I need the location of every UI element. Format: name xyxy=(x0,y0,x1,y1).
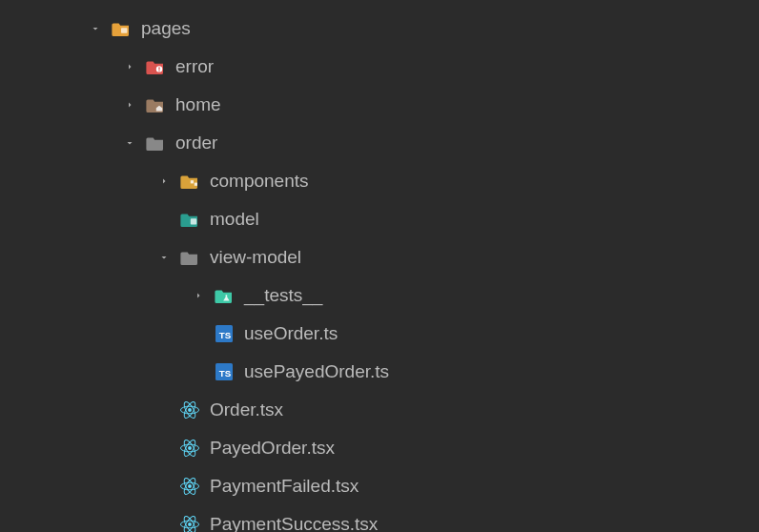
folder-tests-icon xyxy=(214,285,235,306)
svg-point-19 xyxy=(188,484,192,488)
svg-text:TS: TS xyxy=(219,330,232,340)
tree-label-payment-failed-tsx: PaymentFailed.tsx xyxy=(210,476,359,497)
tree-label-pages: pages xyxy=(141,18,191,39)
svg-point-11 xyxy=(188,408,192,412)
folder-icon xyxy=(145,133,166,153)
svg-rect-4 xyxy=(191,180,194,183)
svg-rect-5 xyxy=(195,183,197,186)
folder-model-icon xyxy=(179,209,200,230)
react-file-icon xyxy=(179,476,200,497)
svg-point-3 xyxy=(158,70,159,71)
tree-item-use-order[interactable]: TS useOrder.ts xyxy=(0,315,759,353)
tree-label-use-payed-order: usePayedOrder.ts xyxy=(244,361,389,382)
tree-item-payment-success-tsx[interactable]: PaymentSuccess.tsx xyxy=(0,505,759,532)
chevron-down-icon[interactable] xyxy=(154,248,174,267)
tree-item-model[interactable]: model xyxy=(0,200,759,238)
tree-item-error[interactable]: error xyxy=(0,48,759,86)
react-file-icon xyxy=(179,438,200,459)
react-file-icon xyxy=(179,399,200,420)
chevron-down-icon[interactable] xyxy=(86,19,105,38)
tree-item-home[interactable]: home xyxy=(0,86,759,124)
tree-label-order: order xyxy=(175,133,217,153)
folder-components-icon xyxy=(179,171,200,192)
tree-item-order[interactable]: order xyxy=(0,124,759,162)
tree-item-view-model[interactable]: view-model xyxy=(0,238,759,276)
svg-point-15 xyxy=(188,446,192,450)
typescript-file-icon: TS xyxy=(214,361,235,382)
tree-item-pages[interactable]: pages xyxy=(0,10,759,48)
tree-item-payment-failed-tsx[interactable]: PaymentFailed.tsx xyxy=(0,467,759,505)
tree-label-tests: __tests__ xyxy=(244,285,322,306)
svg-rect-0 xyxy=(121,28,127,33)
svg-point-23 xyxy=(188,522,192,526)
tree-label-error: error xyxy=(175,56,214,77)
chevron-right-icon[interactable] xyxy=(120,57,139,76)
tree-label-components: components xyxy=(210,171,309,192)
svg-rect-6 xyxy=(191,218,196,224)
tree-item-components[interactable]: components xyxy=(0,162,759,200)
chevron-right-icon[interactable] xyxy=(154,172,174,191)
tree-label-payment-success-tsx: PaymentSuccess.tsx xyxy=(210,514,378,532)
tree-label-use-order: useOrder.ts xyxy=(244,323,338,344)
chevron-right-icon[interactable] xyxy=(189,286,208,305)
tree-item-tests[interactable]: __tests__ xyxy=(0,276,759,315)
tree-item-order-tsx[interactable]: Order.tsx xyxy=(0,391,759,429)
folder-icon xyxy=(179,247,200,268)
folder-error-icon xyxy=(145,56,166,77)
tree-label-model: model xyxy=(210,209,259,230)
svg-text:TS: TS xyxy=(219,368,232,379)
tree-label-order-tsx: Order.tsx xyxy=(210,399,283,420)
tree-label-home: home xyxy=(175,94,221,115)
tree-item-payed-order-tsx[interactable]: PayedOrder.tsx xyxy=(0,429,759,467)
tree-label-payed-order-tsx: PayedOrder.tsx xyxy=(210,438,335,459)
chevron-right-icon[interactable] xyxy=(120,95,139,114)
folder-pages-icon xyxy=(111,18,132,39)
typescript-file-icon: TS xyxy=(214,323,235,344)
tree-label-view-model: view-model xyxy=(210,247,301,268)
tree-item-use-payed-order[interactable]: TS usePayedOrder.ts xyxy=(0,353,759,391)
folder-home-icon xyxy=(145,94,166,115)
svg-rect-2 xyxy=(158,67,159,69)
react-file-icon xyxy=(179,514,200,532)
chevron-down-icon[interactable] xyxy=(120,133,139,153)
